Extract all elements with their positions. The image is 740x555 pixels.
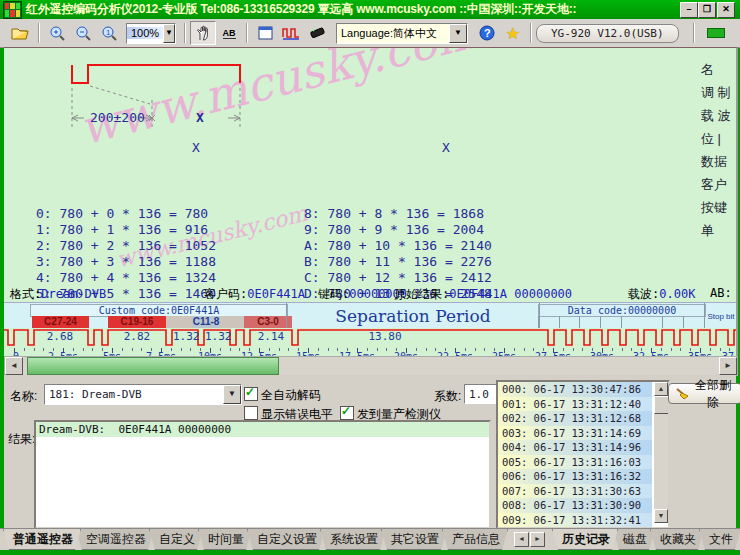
page-tab[interactable]: 普通遥控器 [3, 529, 81, 550]
chevron-down-icon[interactable]: ▼ [223, 385, 241, 404]
zoom-level-combo[interactable]: 100% ▼ [126, 23, 176, 44]
tab-scroll-right-button[interactable]: ► [530, 532, 545, 547]
waveform-view-button[interactable] [278, 21, 304, 45]
page-tab[interactable]: 系统设置 [320, 529, 386, 550]
protocol-combo[interactable]: 181: Dream-DVB ▼ [44, 384, 242, 405]
page-tab[interactable]: 时间量 [198, 529, 252, 550]
remote-icon [309, 26, 325, 41]
zoom-out-button[interactable] [70, 21, 96, 45]
duration-label: 1.32 [173, 330, 197, 344]
remote-tool-button[interactable] [304, 21, 330, 45]
history-row[interactable]: 005: 06-17 13:31:16:03 [498, 455, 652, 470]
horizontal-scrollbar[interactable]: ◄ ► [4, 356, 738, 376]
coefficient-input[interactable]: 1.0 [464, 384, 500, 404]
square-wave-icon [282, 26, 300, 40]
side-label: 载 波 [701, 104, 735, 127]
calc-line: 8: 780 + 8 * 136 = 1868 [304, 206, 492, 222]
side-label-column: 名调 制载 波位 |数据客户按键单 [701, 58, 735, 242]
history-row[interactable]: 009: 06-17 13:31:32:41 [498, 513, 652, 528]
open-file-button[interactable] [8, 21, 34, 45]
source-tab[interactable]: 磁盘 [613, 529, 655, 550]
source-tab[interactable]: 历史记录 [552, 529, 618, 550]
favorite-button[interactable]: ★ [500, 21, 526, 45]
scrollbar-thumb[interactable] [27, 357, 279, 375]
format-label: 格式: [10, 287, 41, 301]
send-tester-label: 发到量产检测仪 [357, 407, 441, 421]
history-row[interactable]: 000: 06-17 13:30:47:86 [498, 382, 652, 397]
scroll-down-button[interactable]: ▼ [654, 509, 668, 523]
history-row[interactable]: 002: 06-17 13:31:12:68 [498, 411, 652, 426]
help-button[interactable]: ? [474, 21, 500, 45]
page-tab[interactable]: 自定义设置 [247, 529, 325, 550]
bit-segment[interactable]: C27-24 [32, 316, 89, 328]
custom-code-label: 客户码: [204, 287, 247, 301]
ab-measure-icon: AB [223, 28, 236, 39]
waveform-row[interactable]: 2.682.821.321.322.1413.80 [4, 328, 736, 348]
app-icon [3, 1, 22, 19]
zoom-actual-button[interactable]: 1 [96, 21, 122, 45]
page-tab[interactable]: 产品信息 [442, 529, 508, 550]
calc-x-header-left: X [192, 140, 200, 155]
minimize-button[interactable]: – [680, 2, 698, 18]
history-list[interactable]: 000: 06-17 13:30:47:86001: 06-17 13:31:1… [496, 380, 670, 529]
scroll-right-button[interactable]: ► [719, 357, 737, 375]
auto-decode-checkbox[interactable]: 全自动解码 [244, 387, 321, 404]
history-row[interactable]: 001: 06-17 13:31:12:40 [498, 397, 652, 412]
signal-canvas[interactable]: www.mcusky.com www.mcusky.com 200±200 X … [4, 47, 738, 357]
language-combo[interactable]: Language:简体中文 ▼ [336, 23, 468, 44]
page-tab[interactable]: 自定义 [149, 529, 203, 550]
delete-all-button[interactable]: 全部删除 [668, 383, 740, 404]
bit-segment[interactable]: C3-0 [244, 316, 292, 328]
duration-label: 2.14 [251, 330, 291, 344]
carrier-label: 载波: [628, 287, 659, 301]
protocol-value: 181: Dream-DVB [45, 388, 146, 401]
history-row[interactable]: 007: 06-17 13:31:30:63 [498, 484, 652, 499]
calc-x-header-right: X [442, 140, 450, 155]
scroll-left-button[interactable]: ◄ [5, 357, 23, 375]
side-label: 名 [701, 58, 735, 81]
pan-hand-button[interactable] [190, 21, 216, 45]
raw-result-value: 0E0F441A 00000000 [449, 287, 572, 301]
toolbar-separator [530, 23, 532, 43]
zoom-in-icon [49, 25, 65, 41]
result-line: Dream-DVB: 0E0F441A 00000000 [36, 422, 489, 437]
bit-segment[interactable]: C11-8 [192, 316, 220, 328]
result-textarea[interactable]: Dream-DVB: 0E0F441A 00000000 [34, 420, 491, 529]
calc-line: 0: 780 + 0 * 136 = 780 [36, 206, 216, 222]
calc-line: 9: 780 + 9 * 136 = 2004 [304, 222, 492, 238]
maximize-button[interactable]: ❐ [698, 2, 716, 18]
calc-line: C: 780 + 12 * 136 = 2412 [304, 270, 492, 286]
show-error-label: 显示错误电平 [261, 407, 333, 421]
history-row[interactable]: 006: 06-17 13:31:16:32 [498, 469, 652, 484]
name-label: 名称: [10, 388, 37, 405]
chevron-down-icon[interactable]: ▼ [449, 24, 467, 43]
measure-ab-button[interactable]: AB [216, 21, 242, 45]
chevron-down-icon[interactable]: ▼ [163, 24, 175, 43]
history-row[interactable]: 004: 06-17 13:31:14:96 [498, 440, 652, 455]
history-row[interactable]: 008: 06-17 13:31:30:90 [498, 498, 652, 513]
code-strip: Custom code:0E0F441A C27-24C19-16C11-8C3… [4, 302, 736, 330]
star-icon: ★ [506, 24, 520, 43]
bit-segment[interactable]: C19-16 [108, 316, 166, 328]
scroll-up-button[interactable]: ▲ [654, 382, 668, 396]
status-led [707, 28, 725, 38]
history-scrollbar[interactable]: ▲ ▼ [654, 382, 668, 523]
zoom-in-button[interactable] [44, 21, 70, 45]
delete-all-label: 全部删除 [691, 377, 735, 411]
tab-scroll-left-button[interactable]: ◄ [514, 532, 529, 547]
history-row[interactable]: 003: 06-17 13:31:14:69 [498, 426, 652, 441]
close-button[interactable]: ✕ [717, 2, 735, 18]
window-icon [258, 26, 273, 40]
page-tab[interactable]: 空调遥控器 [76, 529, 154, 550]
page-tab[interactable]: 其它设置 [381, 529, 447, 550]
source-tab[interactable]: 文件 [699, 529, 740, 550]
stop-bit-cell: Stop bit [704, 303, 737, 329]
toolbar-separator [184, 23, 186, 43]
new-window-button[interactable] [252, 21, 278, 45]
device-version-button[interactable]: YG-920 V12.0(USB) [536, 24, 679, 43]
source-tab[interactable]: 收藏夹 [650, 529, 704, 550]
format-value: Dream-DVB [41, 287, 106, 301]
svg-text:1: 1 [106, 28, 111, 37]
duration-label: 13.80 [360, 330, 410, 344]
title-bar: 红外遥控编码分析仪2012-专业版 Tel:086-13316529329 覃远… [0, 0, 740, 19]
